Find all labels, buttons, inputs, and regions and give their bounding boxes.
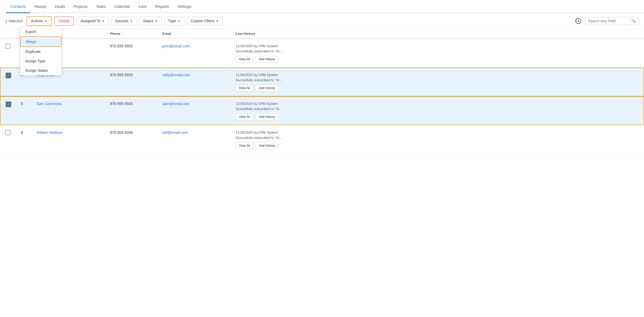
- header-phone: Phone: [110, 32, 162, 36]
- assigned-to-label: Assigned To: [80, 19, 100, 23]
- view-all-sam-sammons[interactable]: View All: [236, 113, 253, 120]
- view-all-william-wallace[interactable]: View All: [236, 142, 253, 149]
- header-checkbox: [5, 32, 21, 36]
- menu-merge[interactable]: Merge: [20, 36, 62, 47]
- nav-bar: Contacts History Deals Projects Tasks Ca…: [0, 0, 644, 13]
- phone-sally-smith: 970-555-5555: [110, 72, 133, 77]
- email-sam-sammons[interactable]: sam@email.com: [162, 101, 190, 106]
- table-row: 3 John Jones 970-555-5555 john@email.com…: [0, 39, 644, 68]
- phone-sam-sammons: 970-555-5555: [110, 101, 133, 106]
- status-filter[interactable]: Status ▼: [139, 17, 162, 25]
- assigned-to-filter[interactable]: Assigned To ▼: [76, 17, 108, 25]
- last-history-william-wallace: 11/30/2020 by CRM SystemSuccesfully subs…: [236, 130, 282, 140]
- header-email: Email: [162, 32, 236, 36]
- last-history-sam-sammons: 11/30/2020 by CRM SystemSuccesfully subs…: [236, 101, 282, 111]
- email-william-wallace[interactable]: will@email.com: [162, 130, 188, 135]
- sources-filter[interactable]: Sources ▼: [111, 17, 136, 25]
- actions-dropdown-arrow: ▼: [45, 20, 47, 23]
- nav-reports[interactable]: Reports: [151, 0, 173, 13]
- add-history-sam-sammons[interactable]: Add History: [256, 113, 279, 120]
- email-sally-smith[interactable]: sally@email.com: [162, 72, 190, 77]
- custom-filters-arrow: ▼: [216, 20, 219, 23]
- table-header: # Contact Name Phone Email Last History: [0, 29, 644, 39]
- actions-button[interactable]: Actions ▼: [26, 16, 52, 26]
- row-checkbox-3[interactable]: [5, 43, 10, 49]
- add-history-william-wallace[interactable]: Add History: [256, 142, 279, 149]
- menu-export[interactable]: Export: [20, 27, 62, 36]
- email-john-jones[interactable]: john@email.com: [162, 43, 190, 48]
- history-clock-icon[interactable]: [574, 17, 582, 25]
- toolbar: 2 Selected Actions ▼ Export Merge Duplic…: [0, 13, 644, 29]
- phone-john-jones: 970-555-5555: [110, 43, 133, 48]
- table-row: ✓ 4 Sally Smith 970-555-5555 sally@email…: [0, 68, 644, 96]
- row-checkbox-5[interactable]: ✓: [5, 101, 12, 107]
- contact-name-william-wallace[interactable]: William Wallace: [37, 130, 62, 135]
- search-input[interactable]: [588, 19, 630, 23]
- sources-label: Sources: [115, 19, 128, 23]
- add-history-sally-smith[interactable]: Add History: [256, 85, 279, 91]
- nav-history[interactable]: History: [30, 0, 51, 13]
- nav-settings[interactable]: Settings: [173, 0, 196, 13]
- nav-deals[interactable]: Deals: [51, 0, 69, 13]
- nav-calendar[interactable]: Calendar: [110, 0, 135, 13]
- contacts-table: 3 John Jones 970-555-5555 john@email.com…: [0, 39, 644, 154]
- type-filter[interactable]: Type ▼: [164, 17, 184, 25]
- type-arrow: ▼: [178, 20, 180, 23]
- search-icon[interactable]: 🔍: [631, 19, 636, 23]
- last-history-john-jones: 11/30/2020 by CRM SystemSuccesfully subs…: [236, 43, 282, 54]
- menu-duplicate[interactable]: Duplicate: [20, 47, 62, 56]
- actions-label: Actions: [31, 19, 43, 23]
- add-history-john-jones[interactable]: Add History: [256, 56, 279, 63]
- menu-assign-type[interactable]: Assign Type: [20, 56, 62, 66]
- row-checkbox-4[interactable]: ✓: [5, 72, 12, 79]
- row-id-6: 6: [21, 130, 23, 135]
- nav-tasks[interactable]: Tasks: [92, 0, 110, 13]
- phone-william-wallace: 970-555-5555: [110, 130, 133, 135]
- table-row: 6 William Wallace 970-555-5555 will@emai…: [0, 125, 644, 154]
- header-last-history: Last History: [236, 32, 639, 36]
- nav-lists[interactable]: Lists: [135, 0, 151, 13]
- status-label: Status: [143, 19, 154, 23]
- type-label: Type: [168, 19, 176, 23]
- search-box: 🔍: [585, 17, 639, 25]
- custom-filters-button[interactable]: Custom Filters ▼: [187, 17, 223, 25]
- view-all-sally-smith[interactable]: View All: [236, 85, 253, 91]
- nav-projects[interactable]: Projects: [69, 0, 92, 13]
- selected-count: 2 Selected: [5, 19, 23, 23]
- row-id-5: 5: [21, 101, 23, 106]
- view-all-john-jones[interactable]: View All: [236, 56, 253, 63]
- sources-arrow: ▼: [130, 20, 133, 23]
- contact-name-sam-sammons[interactable]: Sam Sammons: [37, 101, 62, 106]
- delete-button[interactable]: Delete: [54, 17, 74, 25]
- actions-dropdown-menu: Export Merge Duplicate Assign Type Assig…: [20, 27, 62, 75]
- row-checkbox-6[interactable]: [5, 130, 10, 135]
- table-row: ✓ 5 Sam Sammons 970-555-5555 sam@email.c…: [0, 96, 644, 125]
- assigned-to-arrow: ▼: [102, 20, 104, 23]
- nav-contacts[interactable]: Contacts: [6, 0, 30, 13]
- status-arrow: ▼: [155, 20, 158, 23]
- custom-filters-label: Custom Filters: [191, 19, 214, 23]
- last-history-sally-smith: 11/30/2020 by CRM SystemSuccesfully subs…: [236, 72, 282, 83]
- menu-assign-status[interactable]: Assign Status: [20, 66, 62, 75]
